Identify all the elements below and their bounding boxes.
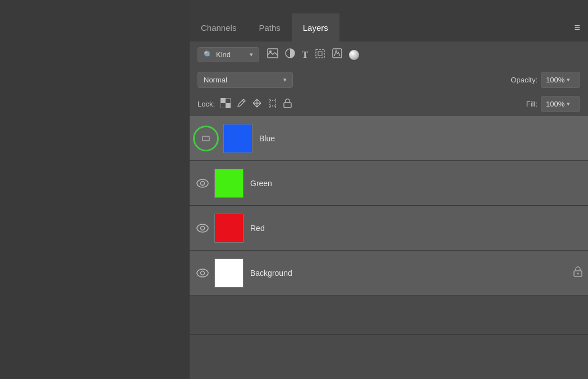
lock-row: Lock: [190, 92, 588, 116]
svg-rect-14 [284, 103, 291, 108]
eye-icon-blue[interactable] [199, 131, 213, 146]
fill-chevron-icon: ▾ [567, 100, 570, 108]
layer-thumb-background [214, 258, 244, 288]
kind-chevron-icon: ▾ [250, 51, 253, 58]
lock-all-icon[interactable] [283, 98, 292, 110]
search-icon: 🔍 [204, 50, 213, 59]
svg-rect-6 [220, 98, 226, 103]
toolbar-row: 🔍 Kind ▾ T [190, 41, 588, 68]
tab-bar: Channels Paths Layers ≡ [190, 0, 588, 41]
lock-pixels-icon[interactable] [220, 98, 231, 110]
tab-channels[interactable]: Channels [190, 13, 247, 41]
layer-item-red[interactable]: Red [190, 206, 588, 251]
svg-point-20 [197, 269, 208, 277]
filter-adjustment-icon[interactable] [285, 48, 295, 61]
lock-icon-background [573, 266, 582, 280]
layer-thumb-blue [223, 124, 252, 153]
eye-icon-green[interactable] [195, 176, 210, 191]
tab-paths[interactable]: Paths [247, 13, 291, 41]
svg-rect-9 [270, 100, 275, 106]
eye-icon-red[interactable] [195, 221, 210, 235]
filter-smart-icon[interactable] [332, 48, 342, 61]
blend-chevron-icon: ▾ [283, 76, 287, 84]
eye-icon-background[interactable] [195, 266, 210, 280]
filter-image-icon[interactable] [267, 48, 278, 61]
panel-menu-icon[interactable]: ≡ [574, 22, 580, 34]
blend-mode-dropdown[interactable]: Normal ▾ [197, 72, 293, 88]
svg-point-19 [201, 226, 205, 230]
svg-point-21 [201, 271, 205, 275]
layer-thumb-red [214, 214, 244, 243]
filter-shape-icon[interactable] [315, 48, 325, 62]
lock-paint-icon[interactable] [236, 98, 246, 110]
opacity-chevron-icon: ▾ [567, 76, 570, 84]
tab-layers[interactable]: Layers [292, 13, 339, 41]
layer-thumb-green [214, 169, 244, 198]
svg-point-17 [201, 181, 205, 185]
svg-rect-7 [226, 103, 231, 108]
svg-point-18 [197, 224, 208, 232]
svg-rect-15 [203, 136, 209, 141]
kind-dropdown[interactable]: 🔍 Kind ▾ [197, 47, 259, 62]
fill-dropdown[interactable]: 100% ▾ [541, 96, 580, 112]
lock-icons [220, 98, 292, 110]
layer-item-blue[interactable]: Blue [190, 116, 588, 161]
filter-type-icon[interactable]: T [302, 49, 308, 61]
svg-rect-4 [318, 52, 322, 56]
opacity-dropdown[interactable]: 100% ▾ [541, 72, 580, 88]
visibility-highlight-blue [193, 126, 219, 151]
toolbar-icons: T [267, 48, 359, 62]
filter-circle-icon[interactable] [349, 50, 359, 60]
layer-item-background[interactable]: Background [190, 251, 588, 295]
layer-item-green[interactable]: Green [190, 161, 588, 206]
lock-artboard-icon[interactable] [268, 98, 278, 110]
opacity-section: Opacity: 100% ▾ [511, 72, 580, 88]
fill-section: Fill: 100% ▾ [526, 96, 580, 112]
bottom-area [190, 334, 588, 379]
blend-row: Normal ▾ Opacity: 100% ▾ [190, 68, 588, 92]
layers-list: Blue Green Red [190, 116, 588, 334]
left-panel [0, 0, 190, 379]
svg-point-23 [577, 273, 579, 275]
svg-point-16 [197, 179, 208, 187]
layers-panel: Channels Paths Layers ≡ 🔍 Kind ▾ [190, 0, 588, 379]
lock-position-icon[interactable] [252, 98, 262, 110]
svg-rect-3 [316, 49, 324, 58]
